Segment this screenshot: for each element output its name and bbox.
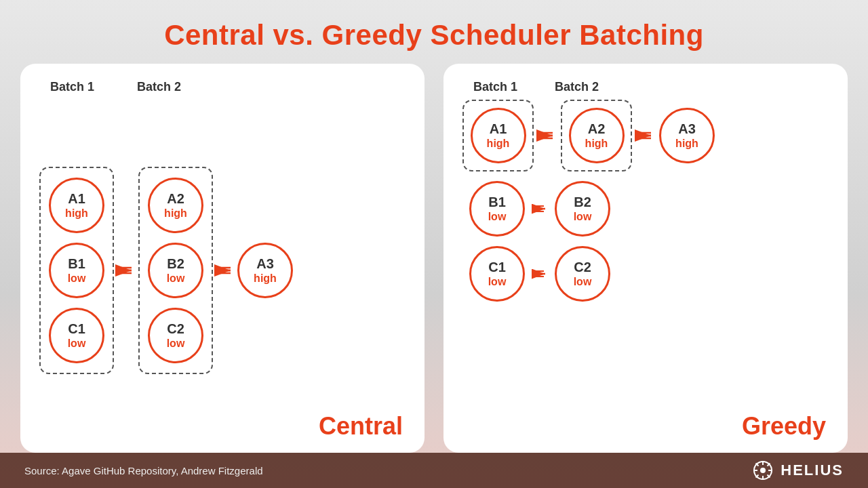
central-node-a3: A3 high <box>237 243 293 298</box>
central-node-b1: B1 low <box>49 243 104 298</box>
greedy-node-c2: C2 low <box>555 246 610 302</box>
central-nodes-area: A1 high B1 low C1 low <box>39 100 406 441</box>
central-node-c2: C2 low <box>148 308 203 363</box>
central-node-b2: B2 low <box>148 243 203 298</box>
central-standalone: A3 high <box>237 243 293 298</box>
greedy-panel: Batch 1 Batch 2 A1 high <box>443 64 848 453</box>
greedy-b-arrow <box>525 201 555 217</box>
greedy-c-arrow <box>525 266 555 282</box>
greedy-batch1-header: Batch 1 <box>473 80 555 94</box>
greedy-arrow-2 <box>632 126 659 145</box>
greedy-node-c1: C1 low <box>469 246 525 302</box>
greedy-batch2-box: A2 high <box>561 100 632 171</box>
greedy-node-a3: A3 high <box>659 108 715 163</box>
central-node-c1: C1 low <box>49 308 104 363</box>
greedy-c-row: C1 low C2 <box>462 246 829 302</box>
svg-point-25 <box>760 468 766 473</box>
central-batch2-box: A2 high B2 low C2 low <box>138 167 213 374</box>
central-panel-label: Central <box>319 412 403 441</box>
central-node-a2: A2 high <box>148 178 203 233</box>
footer-source: Source: Agave GitHub Repository, Andrew … <box>24 465 263 476</box>
page-title: Central vs. Greedy Scheduler Batching <box>164 19 704 52</box>
helius-icon <box>752 460 774 481</box>
helius-logo-text: HELIUS <box>781 462 844 479</box>
greedy-node-b2: B2 low <box>555 181 610 237</box>
greedy-batch1-box: A1 high <box>462 100 534 171</box>
greedy-node-a1: A1 high <box>471 108 526 163</box>
greedy-top-row: A1 high <box>462 100 829 171</box>
central-node-a1: A1 high <box>49 178 104 233</box>
central-batch2-header: Batch 2 <box>137 80 181 94</box>
central-arrow-2 <box>213 261 237 280</box>
greedy-panel-label: Greedy <box>742 412 826 441</box>
footer-logo: HELIUS <box>752 460 844 481</box>
greedy-node-a2: A2 high <box>569 108 625 163</box>
central-panel: Batch 1 Batch 2 A1 high B1 low C1 low <box>20 64 425 453</box>
diagrams-row: Batch 1 Batch 2 A1 high B1 low C1 low <box>20 64 848 453</box>
greedy-b-row: B1 low B2 <box>462 181 829 237</box>
greedy-node-b1: B1 low <box>469 181 525 237</box>
central-batch1-header: Batch 1 <box>50 80 137 94</box>
footer-bar: Source: Agave GitHub Repository, Andrew … <box>0 453 868 488</box>
greedy-batch2-header: Batch 2 <box>555 80 599 94</box>
central-arrow-1 <box>114 261 138 280</box>
greedy-arrow-1 <box>534 126 561 145</box>
greedy-nodes-area: A1 high <box>462 100 829 441</box>
central-batch1-box: A1 high B1 low C1 low <box>39 167 114 374</box>
